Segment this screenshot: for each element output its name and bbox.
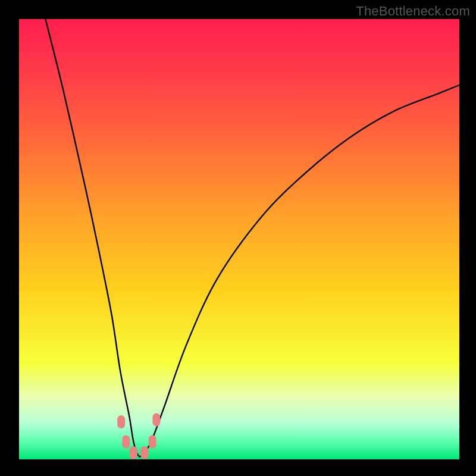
curve-marker	[130, 446, 137, 459]
curve-marker	[122, 435, 130, 448]
curve-marker	[152, 413, 160, 426]
curve-marker	[149, 435, 156, 448]
watermark-text: TheBottleneck.com	[356, 4, 470, 19]
curve-marker	[140, 446, 148, 459]
gradient-background	[19, 19, 459, 459]
plot-area	[19, 19, 459, 459]
curve-marker	[117, 415, 125, 428]
chart-svg	[19, 19, 459, 459]
chart-frame: TheBottleneck.com	[0, 0, 476, 476]
